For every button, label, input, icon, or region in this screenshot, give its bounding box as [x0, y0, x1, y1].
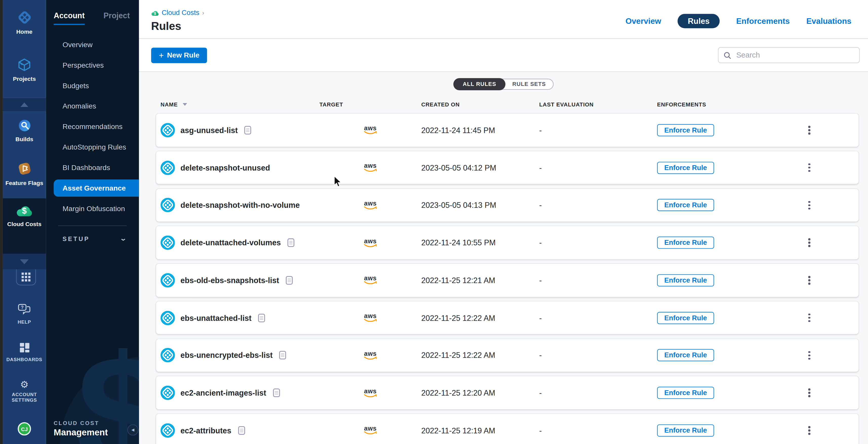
enforce-rule-button[interactable]: Enforce Rule	[657, 312, 714, 324]
footer-title: Management	[54, 427, 108, 437]
description-icon[interactable]	[258, 313, 266, 322]
sidebar-menu-item[interactable]: BI Dashboards	[46, 157, 139, 178]
cube-icon	[17, 58, 32, 72]
rules-list: asg-unused-list aws	[156, 114, 859, 444]
rail-item-feature-flags[interactable]: Feature Flags	[3, 161, 46, 186]
rule-row[interactable]: delete-snapshot-unused aws 2023-05-05 04…	[156, 151, 859, 184]
sidebar-menu-item[interactable]: Perspectives	[46, 55, 139, 75]
enforce-rule-button[interactable]: Enforce Rule	[657, 274, 714, 286]
rule-name: delete-snapshot-unused	[181, 163, 270, 172]
row-menu-button[interactable]	[806, 386, 812, 399]
rule-row[interactable]: delete-unattached-volumes aws	[156, 226, 859, 259]
governance-tab[interactable]: Enforcements	[736, 17, 789, 26]
search-input[interactable]	[735, 51, 854, 60]
enforce-rule-button[interactable]: Enforce Rule	[657, 349, 714, 361]
sidebar-menu-item[interactable]: AutoStopping Rules	[46, 137, 139, 157]
last-evaluation-value: -	[539, 276, 657, 285]
last-evaluation-value: -	[539, 126, 657, 135]
description-icon[interactable]	[238, 426, 245, 435]
breadcrumb: $ Cloud Costs ›	[151, 9, 204, 17]
sidebar-menu-item[interactable]: Budgets	[46, 75, 139, 96]
rail-collapse-band[interactable]	[3, 97, 46, 112]
rail-item-profile[interactable]: CJ	[3, 422, 46, 435]
rail-item-projects[interactable]: Projects	[3, 58, 46, 82]
scope-tab[interactable]: Account	[54, 11, 85, 25]
enforce-rule-button[interactable]: Enforce Rule	[657, 387, 714, 399]
created-on-value: 2022-11-25 12:20 AM	[421, 388, 539, 397]
rail-item-help[interactable]: ? HELP	[3, 304, 46, 325]
rail-item-home[interactable]: Home	[3, 10, 46, 35]
rule-row[interactable]: ebs-unencrypted-ebs-list aws	[156, 339, 859, 372]
governance-tab[interactable]: Overview	[625, 17, 661, 26]
sidebar-collapse-button[interactable]: ◀	[127, 424, 138, 435]
column-header-created-on: CREATED ON	[421, 101, 539, 108]
scope-tab[interactable]: Project	[103, 11, 130, 25]
description-icon[interactable]	[279, 351, 286, 360]
rail-item-dashboards[interactable]: DASHBOARDS	[3, 343, 46, 362]
search-box[interactable]	[718, 47, 860, 63]
grid-icon	[22, 272, 31, 282]
sidebar-menu-item[interactable]: Asset Governance	[54, 179, 139, 197]
description-icon[interactable]	[273, 388, 280, 397]
sidebar-menu-item[interactable]: Recommendations	[46, 116, 139, 137]
gear-icon: ⚙	[20, 380, 29, 389]
rule-row[interactable]: ebs-old-ebs-snapshots-list aws	[156, 264, 859, 297]
footer-eyebrow: CLOUD COST	[54, 420, 108, 426]
enforce-rule-button[interactable]: Enforce Rule	[657, 124, 714, 136]
enforce-rule-button[interactable]: Enforce Rule	[657, 424, 714, 436]
rail-label: ACCOUNT SETTINGS	[7, 392, 41, 403]
rule-name: asg-unused-list	[181, 126, 238, 135]
rail-item-builds[interactable]: Builds	[3, 119, 46, 142]
rule-icon	[160, 423, 175, 438]
row-menu-button[interactable]	[806, 349, 812, 362]
rule-row[interactable]: ec2-attributes aws	[156, 414, 859, 444]
column-header-target: TARGET	[319, 101, 421, 108]
rail-item-account-settings[interactable]: ⚙ ACCOUNT SETTINGS	[3, 380, 46, 403]
enforce-rule-button[interactable]: Enforce Rule	[657, 161, 714, 174]
sidebar-footer: CLOUD COST Management	[54, 420, 108, 437]
row-menu-button[interactable]	[806, 124, 812, 137]
scope-tabs: Account Project	[46, 0, 139, 25]
chevron-down-icon	[20, 259, 29, 264]
sidebar-menu-item[interactable]: Margin Obfuscation	[46, 199, 139, 219]
row-menu-button[interactable]	[806, 311, 812, 324]
rule-row[interactable]: asg-unused-list aws	[156, 114, 859, 146]
new-rule-button[interactable]: + New Rule	[151, 48, 207, 63]
created-on-value: 2022-11-24 11:45 PM	[421, 126, 539, 135]
rail-chevron-band[interactable]	[3, 254, 46, 269]
row-menu-button[interactable]	[806, 274, 812, 287]
rule-row[interactable]: delete-snapshot-with-no-volume aws 2023-…	[156, 188, 859, 221]
plus-icon: +	[159, 51, 163, 59]
breadcrumb-link[interactable]: Cloud Costs	[161, 9, 199, 17]
description-icon[interactable]	[244, 126, 251, 135]
description-icon[interactable]	[286, 276, 293, 285]
enforce-rule-button[interactable]: Enforce Rule	[657, 199, 714, 211]
sort-caret-icon	[183, 103, 187, 106]
sidebar-menu-item[interactable]: Overview	[46, 34, 139, 55]
rail-label: Cloud Costs	[3, 221, 46, 227]
enforce-rule-button[interactable]: Enforce Rule	[657, 237, 714, 249]
rail-label: DASHBOARDS	[3, 357, 46, 362]
rule-row[interactable]: ec2-ancient-images-list aws	[156, 376, 859, 409]
filter-segment[interactable]: ALL RULES	[453, 78, 505, 90]
last-evaluation-value: -	[539, 351, 657, 360]
row-menu-button[interactable]	[806, 199, 812, 212]
column-header-name[interactable]: NAME	[156, 101, 319, 108]
module-picker-button[interactable]	[16, 269, 36, 285]
description-icon[interactable]	[287, 238, 294, 247]
row-menu-button[interactable]	[806, 236, 812, 249]
filter-segment[interactable]: RULE SETS	[505, 79, 553, 90]
sidebar-menu-item[interactable]: Anomalies	[46, 96, 139, 116]
setup-section-toggle[interactable]: SETUP ⌄	[46, 226, 139, 242]
aws-target-logo: aws	[319, 426, 421, 435]
rule-row[interactable]: ebs-unattached-list aws	[156, 301, 859, 334]
row-menu-button[interactable]	[806, 424, 812, 437]
governance-tab[interactable]: Evaluations	[806, 17, 851, 26]
rail-item-cloud-costs[interactable]: $ Cloud Costs	[3, 204, 46, 227]
created-on-value: 2022-11-24 10:55 PM	[421, 238, 539, 247]
governance-tab[interactable]: Rules	[678, 14, 720, 28]
setup-label: SETUP	[63, 235, 90, 242]
toolbar: + New Rule	[139, 39, 868, 72]
created-on-value: 2022-11-25 12:22 AM	[421, 351, 539, 360]
row-menu-button[interactable]	[806, 161, 812, 174]
